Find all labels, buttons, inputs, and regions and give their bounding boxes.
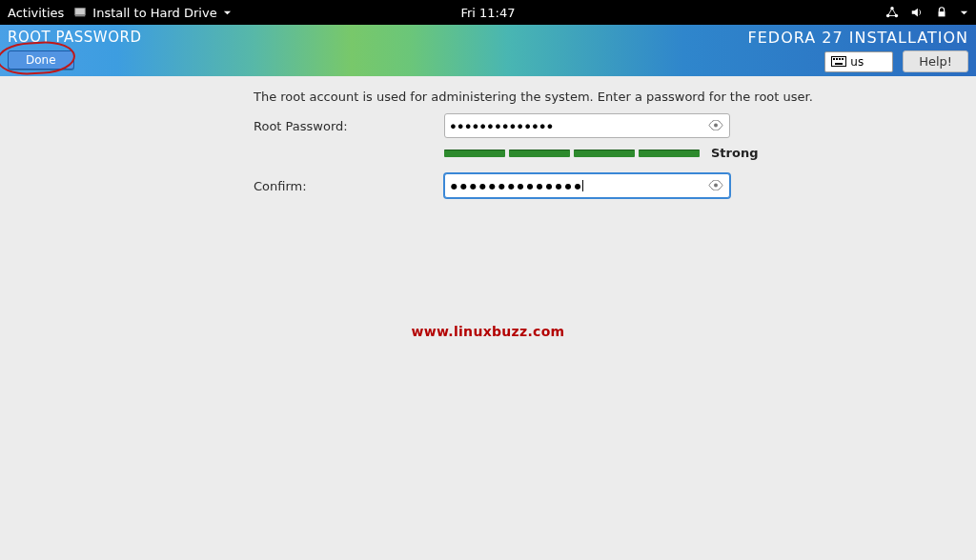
installer-name: FEDORA 27 INSTALLATION <box>748 29 968 47</box>
confirm-password-field[interactable]: ●●●●●●●●●●●●●● <box>444 173 730 198</box>
network-icon[interactable] <box>885 6 899 19</box>
svg-rect-9 <box>836 58 838 60</box>
reveal-password-icon[interactable] <box>708 119 723 133</box>
password-strength-label: Strong <box>711 146 758 160</box>
svg-rect-10 <box>839 58 841 60</box>
activities-button[interactable]: Activities <box>8 6 64 20</box>
svg-rect-12 <box>835 63 843 65</box>
help-button[interactable]: Help! <box>903 50 968 72</box>
svg-rect-11 <box>842 58 844 60</box>
svg-rect-0 <box>75 9 86 15</box>
root-password-field[interactable]: ●●●●●●●●●●●●●● <box>444 113 730 138</box>
svg-rect-5 <box>939 11 946 16</box>
active-app-name: Install to Hard Drive <box>92 6 216 20</box>
password-strength-meter <box>444 150 700 157</box>
root-password-label: Root Password: <box>254 119 444 133</box>
confirm-password-label: Confirm: <box>254 179 444 193</box>
done-button[interactable]: Done <box>8 50 74 70</box>
drive-icon <box>73 6 87 19</box>
content-area: The root account is used for administeri… <box>0 76 976 560</box>
root-password-value: ●●●●●●●●●●●●●● <box>451 122 708 130</box>
svg-rect-8 <box>833 58 835 60</box>
keyboard-layout-label: us <box>850 55 864 69</box>
volume-icon[interactable] <box>910 6 924 19</box>
anaconda-header: ROOT PASSWORD Done FEDORA 27 INSTALLATIO… <box>0 25 976 76</box>
svg-point-14 <box>714 183 718 187</box>
active-app-indicator[interactable]: Install to Hard Drive <box>73 6 231 20</box>
power-caret-icon[interactable] <box>960 9 968 17</box>
svg-rect-1 <box>75 15 86 17</box>
keyboard-layout-indicator[interactable]: us <box>824 51 893 72</box>
text-cursor <box>582 180 583 191</box>
confirm-password-value: ●●●●●●●●●●●●●● <box>451 180 708 191</box>
intro-text: The root account is used for administeri… <box>254 90 957 104</box>
clock[interactable]: Fri 11:47 <box>460 6 515 20</box>
gnome-top-bar: Activities Install to Hard Drive Fri 11:… <box>0 0 976 25</box>
page-title: ROOT PASSWORD <box>8 29 141 46</box>
svg-point-13 <box>714 123 718 127</box>
lock-icon[interactable] <box>935 6 948 19</box>
watermark-text: www.linuxbuzz.com <box>412 324 565 339</box>
caret-down-icon <box>223 9 232 17</box>
reveal-confirm-icon[interactable] <box>708 179 723 193</box>
keyboard-icon <box>831 56 846 67</box>
